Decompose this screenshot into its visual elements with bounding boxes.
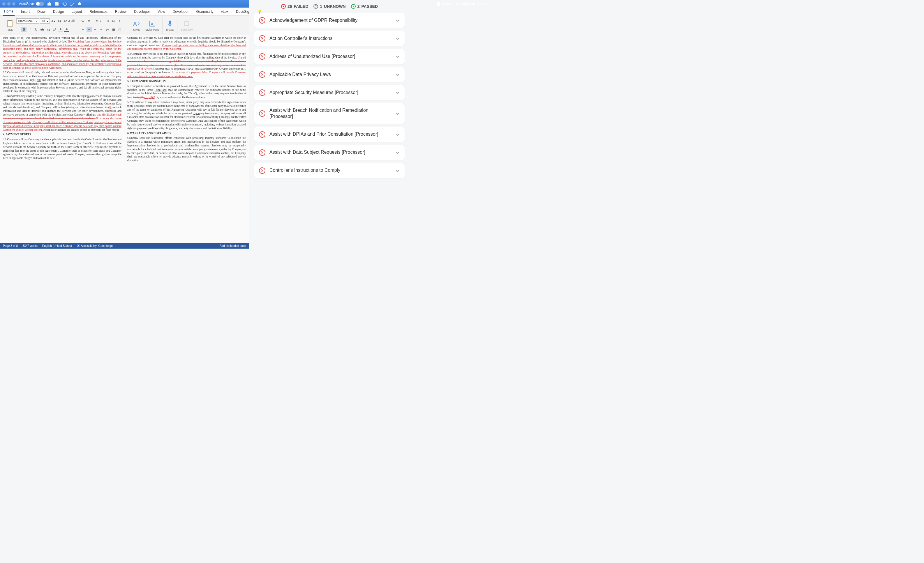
font-color-button[interactable]: A	[64, 27, 69, 32]
tab-review[interactable]: Review	[114, 8, 128, 15]
fail-icon: ✕	[259, 110, 266, 117]
svg-rect-1	[79, 2, 80, 3]
superscript-button[interactable]: x²	[52, 27, 57, 32]
check-item[interactable]: ✕ Applicable Data Privacy Laws	[254, 67, 405, 82]
numbering-icon[interactable]: ≡	[87, 18, 92, 24]
styles-button[interactable]: A Styles	[131, 19, 142, 32]
document-canvas[interactable]: third party, or (d) was independently de…	[0, 35, 249, 243]
grow-font-icon[interactable]: A▴	[51, 18, 56, 24]
autosave-toggle[interactable]: AutoSave	[19, 2, 44, 6]
align-left-icon[interactable]: ≡	[80, 27, 86, 32]
shading-icon[interactable]: ▦	[111, 27, 116, 32]
close-window[interactable]	[2, 2, 6, 6]
check-title: Assist with DPIAs and Prior Consultation…	[270, 131, 391, 138]
redo-icon[interactable]	[70, 1, 74, 6]
styles-pane-button[interactable]: A Styles Pane	[144, 19, 160, 32]
check-item[interactable]: ✕ Acknowledgement of GDPR Responsibility	[254, 13, 405, 28]
column-left: third party, or (d) was independently de…	[3, 36, 122, 243]
multilevel-icon[interactable]: ⋮≡	[93, 18, 98, 24]
bullets-icon[interactable]: ≔	[80, 18, 86, 24]
check-title: Address of Unauthorized Use [Processor]	[270, 54, 391, 60]
strike-button[interactable]: ab	[40, 27, 45, 32]
tab-developer-2[interactable]: Developer	[172, 8, 190, 15]
check-item[interactable]: ✕ Assist with Breach Notification and Re…	[254, 103, 405, 124]
styles-group: A Styles A Styles Pane	[130, 17, 162, 34]
align-right-icon[interactable]: ≡	[93, 27, 98, 32]
check-item[interactable]: ✕ Act on Controller's Instructions	[254, 31, 405, 46]
check-item[interactable]: ✕ Assist with Data Subject Requests [Pro…	[254, 145, 405, 160]
tab-draw[interactable]: Draw	[36, 8, 46, 15]
summary-unknown[interactable]: ? 1 UNKNOWN	[314, 4, 345, 9]
tab-design[interactable]: Design	[52, 8, 65, 15]
sensitivity-icon	[183, 19, 191, 28]
page-text: third party, or (d) was independently de…	[3, 35, 246, 243]
dictate-button[interactable]: Dictate	[165, 19, 176, 32]
tab-grammarly[interactable]: Grammarly	[195, 8, 214, 15]
tab-layout[interactable]: Layout	[70, 8, 83, 15]
check-title: Act on Controller's Instructions	[270, 36, 391, 42]
subscript-button[interactable]: x₂	[46, 27, 51, 32]
unknown-icon: ?	[314, 4, 318, 9]
svg-rect-4	[9, 20, 11, 21]
check-item[interactable]: ✕ Assist with DPIAs and Prior Consultati…	[254, 127, 405, 142]
tab-view[interactable]: View	[156, 8, 166, 15]
voice-group: Dictate	[163, 17, 177, 34]
fail-icon: ✕	[259, 53, 266, 60]
bold-button[interactable]: B	[21, 27, 27, 32]
font-name-select[interactable]: Times New...▾	[16, 18, 39, 24]
sort-icon[interactable]: A↓	[111, 18, 116, 24]
language-indicator[interactable]: English (United States)	[42, 244, 72, 247]
undo-icon[interactable]	[62, 1, 67, 6]
tab-vlex[interactable]: vLex	[220, 8, 230, 15]
svg-rect-8	[169, 20, 171, 24]
summary-passed[interactable]: ✓ 2 PASSED	[351, 4, 378, 9]
change-case-icon[interactable]: Aa	[63, 18, 68, 24]
tab-developer[interactable]: Developer	[133, 8, 151, 15]
sensitivity-button[interactable]: Sensitivity	[180, 19, 194, 32]
save-icon[interactable]	[54, 1, 59, 6]
fail-icon: ✕	[259, 35, 266, 42]
check-title: Applicable Data Privacy Laws	[270, 72, 391, 78]
zoom-window[interactable]	[12, 2, 15, 6]
tab-insert[interactable]: Insert	[20, 8, 31, 15]
print-icon[interactable]	[77, 1, 82, 6]
chevron-down-icon	[395, 150, 400, 155]
fail-icon: ✕	[259, 17, 266, 24]
paste-button[interactable]: Paste	[4, 19, 15, 32]
minimize-window[interactable]	[7, 2, 10, 6]
line-spacing-icon[interactable]: ↕≡	[105, 27, 110, 32]
ribbon-tabs: Home Insert Draw Design Layout Reference…	[0, 7, 249, 16]
check-item[interactable]: ✕ Controller's Instructions to Comply	[254, 163, 405, 178]
justify-icon[interactable]: ≡	[99, 27, 104, 32]
word-count[interactable]: 3347 words	[22, 244, 38, 247]
borders-icon[interactable]: ▢	[117, 27, 122, 32]
tab-references[interactable]: References	[88, 8, 108, 15]
check-title: Acknowledgement of GDPR Responsibility	[270, 18, 391, 24]
summary-failed[interactable]: ✕ 26 FAILED	[281, 4, 308, 9]
toggle-switch[interactable]	[36, 2, 44, 6]
accessibility-status[interactable]: ♿ Accessibility: Good to go	[76, 244, 113, 247]
highlight-button[interactable]: A	[58, 27, 63, 32]
fail-icon: ✕	[259, 168, 266, 174]
home-icon[interactable]	[47, 1, 51, 6]
align-center-icon[interactable]: ≡	[87, 27, 92, 32]
page-indicator[interactable]: Page 3 of 8	[3, 244, 18, 247]
fail-icon: ✕	[281, 4, 286, 9]
pilcrow-icon[interactable]: ¶	[117, 18, 122, 24]
autosave-label: AutoSave	[19, 2, 34, 6]
summary-bar: ✕ 26 FAILED ? 1 UNKNOWN ✓ 2 PASSED	[254, 4, 405, 9]
fail-icon: ✕	[259, 89, 266, 96]
tell-me-icon[interactable]: 💡	[258, 9, 262, 14]
check-item[interactable]: ✕ Appropriate Security Measures [Process…	[254, 85, 405, 100]
compliance-panel: ✕ 26 FAILED ? 1 UNKNOWN ✓ 2 PASSED ✕ Ack…	[249, 0, 410, 249]
tab-home[interactable]: Home	[3, 7, 15, 16]
font-size-select[interactable]: 10▾	[40, 18, 50, 24]
dec-indent-icon[interactable]: ⇤	[99, 18, 104, 24]
italic-button[interactable]: I	[27, 27, 33, 32]
clipboard-group: Paste	[3, 17, 17, 34]
underline-button[interactable]: U	[33, 27, 39, 32]
check-item[interactable]: ✕ Address of Unauthorized Use [Processor…	[254, 49, 405, 64]
inc-indent-icon[interactable]: ⇥	[105, 18, 110, 24]
shrink-font-icon[interactable]: A▾	[57, 18, 62, 24]
font-group: Times New...▾ 10▾ A▴ A▾ Aa A⌫ B I U ab x…	[18, 17, 73, 34]
